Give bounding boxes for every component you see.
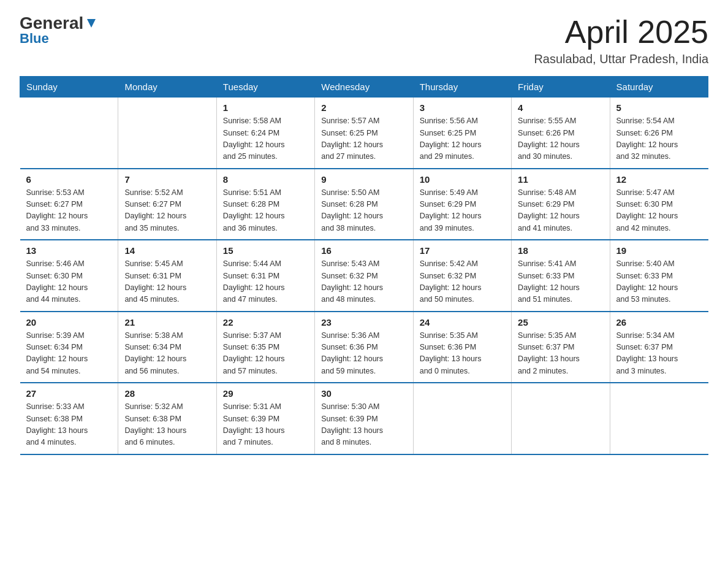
calendar-cell: 11Sunrise: 5:48 AM Sunset: 6:29 PM Dayli… (512, 169, 610, 240)
day-number: 29 (223, 388, 308, 399)
logo-triangle-icon (85, 17, 98, 30)
calendar-cell: 22Sunrise: 5:37 AM Sunset: 6:35 PM Dayli… (216, 312, 314, 383)
header-day: Saturday (610, 77, 708, 98)
calendar-table: SundayMondayTuesdayWednesdayThursdayFrid… (20, 76, 708, 455)
day-number: 13 (26, 245, 112, 256)
header-row: SundayMondayTuesdayWednesdayThursdayFrid… (20, 77, 708, 98)
calendar-cell: 10Sunrise: 5:49 AM Sunset: 6:29 PM Dayli… (413, 169, 511, 240)
calendar-cell: 20Sunrise: 5:39 AM Sunset: 6:34 PM Dayli… (20, 312, 118, 383)
calendar-cell: 2Sunrise: 5:57 AM Sunset: 6:25 PM Daylig… (315, 98, 413, 169)
calendar-cell: 23Sunrise: 5:36 AM Sunset: 6:36 PM Dayli… (315, 312, 413, 383)
logo: General Blue (20, 15, 98, 47)
day-number: 12 (616, 174, 702, 185)
day-number: 23 (321, 317, 406, 327)
calendar-cell: 15Sunrise: 5:44 AM Sunset: 6:31 PM Dayli… (216, 240, 314, 312)
day-number: 10 (420, 174, 505, 185)
calendar-cell: 5Sunrise: 5:54 AM Sunset: 6:26 PM Daylig… (610, 98, 708, 169)
day-number: 27 (26, 388, 112, 399)
calendar-cell (20, 98, 118, 169)
calendar-cell: 28Sunrise: 5:32 AM Sunset: 6:38 PM Dayli… (118, 383, 216, 454)
calendar-cell: 27Sunrise: 5:33 AM Sunset: 6:38 PM Dayli… (20, 383, 118, 454)
day-info: Sunrise: 5:58 AM Sunset: 6:24 PM Dayligh… (223, 115, 308, 163)
day-info: Sunrise: 5:40 AM Sunset: 6:33 PM Dayligh… (616, 258, 702, 306)
calendar-cell: 18Sunrise: 5:41 AM Sunset: 6:33 PM Dayli… (512, 240, 610, 312)
day-info: Sunrise: 5:48 AM Sunset: 6:29 PM Dayligh… (518, 187, 603, 235)
day-number: 5 (616, 102, 702, 113)
calendar-week-row: 6Sunrise: 5:53 AM Sunset: 6:27 PM Daylig… (20, 169, 708, 240)
day-number: 3 (420, 102, 505, 113)
calendar-cell (413, 383, 511, 454)
header-day: Wednesday (315, 77, 413, 98)
calendar-cell: 9Sunrise: 5:50 AM Sunset: 6:28 PM Daylig… (315, 169, 413, 240)
calendar-cell: 1Sunrise: 5:58 AM Sunset: 6:24 PM Daylig… (216, 98, 314, 169)
calendar-cell: 3Sunrise: 5:56 AM Sunset: 6:25 PM Daylig… (413, 98, 511, 169)
day-number: 22 (223, 317, 308, 327)
calendar-week-row: 27Sunrise: 5:33 AM Sunset: 6:38 PM Dayli… (20, 383, 708, 454)
calendar-cell (118, 98, 216, 169)
calendar-cell: 19Sunrise: 5:40 AM Sunset: 6:33 PM Dayli… (610, 240, 708, 312)
day-number: 30 (321, 388, 406, 399)
title-block: April 2025 Rasulabad, Uttar Pradesh, Ind… (534, 15, 708, 66)
day-info: Sunrise: 5:32 AM Sunset: 6:38 PM Dayligh… (124, 401, 210, 449)
day-number: 17 (420, 245, 505, 256)
day-number: 9 (321, 174, 406, 185)
day-number: 28 (124, 388, 210, 399)
header-day: Sunday (20, 77, 118, 98)
day-info: Sunrise: 5:39 AM Sunset: 6:34 PM Dayligh… (26, 330, 112, 378)
day-number: 6 (26, 174, 112, 185)
calendar-cell (610, 383, 708, 454)
day-info: Sunrise: 5:47 AM Sunset: 6:30 PM Dayligh… (616, 187, 702, 235)
month-title: April 2025 (534, 15, 708, 50)
day-info: Sunrise: 5:46 AM Sunset: 6:30 PM Dayligh… (26, 258, 112, 306)
calendar-week-row: 13Sunrise: 5:46 AM Sunset: 6:30 PM Dayli… (20, 240, 708, 312)
day-info: Sunrise: 5:35 AM Sunset: 6:37 PM Dayligh… (518, 330, 603, 378)
day-number: 8 (223, 174, 308, 185)
calendar-header: SundayMondayTuesdayWednesdayThursdayFrid… (20, 77, 708, 98)
day-info: Sunrise: 5:37 AM Sunset: 6:35 PM Dayligh… (223, 330, 308, 378)
svg-marker-0 (87, 19, 96, 28)
day-number: 26 (616, 317, 702, 327)
day-number: 1 (223, 102, 308, 113)
day-info: Sunrise: 5:38 AM Sunset: 6:34 PM Dayligh… (124, 330, 210, 378)
calendar-cell: 12Sunrise: 5:47 AM Sunset: 6:30 PM Dayli… (610, 169, 708, 240)
header-day: Tuesday (216, 77, 314, 98)
day-info: Sunrise: 5:53 AM Sunset: 6:27 PM Dayligh… (26, 187, 112, 235)
day-number: 7 (124, 174, 210, 185)
calendar-week-row: 20Sunrise: 5:39 AM Sunset: 6:34 PM Dayli… (20, 312, 708, 383)
calendar-cell: 30Sunrise: 5:30 AM Sunset: 6:39 PM Dayli… (315, 383, 413, 454)
day-info: Sunrise: 5:57 AM Sunset: 6:25 PM Dayligh… (321, 115, 406, 163)
logo-general: General (20, 15, 83, 32)
day-number: 11 (518, 174, 603, 185)
day-number: 19 (616, 245, 702, 256)
day-number: 21 (124, 317, 210, 327)
calendar-cell: 4Sunrise: 5:55 AM Sunset: 6:26 PM Daylig… (512, 98, 610, 169)
day-number: 24 (420, 317, 505, 327)
page-header: General Blue April 2025 Rasulabad, Uttar… (20, 15, 708, 66)
calendar-cell: 29Sunrise: 5:31 AM Sunset: 6:39 PM Dayli… (216, 383, 314, 454)
day-info: Sunrise: 5:31 AM Sunset: 6:39 PM Dayligh… (223, 401, 308, 449)
header-day: Friday (512, 77, 610, 98)
day-number: 18 (518, 245, 603, 256)
day-number: 20 (26, 317, 112, 327)
calendar-cell: 8Sunrise: 5:51 AM Sunset: 6:28 PM Daylig… (216, 169, 314, 240)
location-title: Rasulabad, Uttar Pradesh, India (534, 52, 708, 66)
day-number: 15 (223, 245, 308, 256)
day-info: Sunrise: 5:42 AM Sunset: 6:32 PM Dayligh… (420, 258, 505, 306)
calendar-cell: 24Sunrise: 5:35 AM Sunset: 6:36 PM Dayli… (413, 312, 511, 383)
day-info: Sunrise: 5:34 AM Sunset: 6:37 PM Dayligh… (616, 330, 702, 378)
calendar-cell: 6Sunrise: 5:53 AM Sunset: 6:27 PM Daylig… (20, 169, 118, 240)
calendar-body: 1Sunrise: 5:58 AM Sunset: 6:24 PM Daylig… (20, 98, 708, 454)
day-info: Sunrise: 5:45 AM Sunset: 6:31 PM Dayligh… (124, 258, 210, 306)
calendar-cell: 17Sunrise: 5:42 AM Sunset: 6:32 PM Dayli… (413, 240, 511, 312)
day-info: Sunrise: 5:52 AM Sunset: 6:27 PM Dayligh… (124, 187, 210, 235)
day-info: Sunrise: 5:44 AM Sunset: 6:31 PM Dayligh… (223, 258, 308, 306)
day-number: 25 (518, 317, 603, 327)
day-number: 14 (124, 245, 210, 256)
calendar-cell: 26Sunrise: 5:34 AM Sunset: 6:37 PM Dayli… (610, 312, 708, 383)
day-info: Sunrise: 5:41 AM Sunset: 6:33 PM Dayligh… (518, 258, 603, 306)
calendar-cell: 13Sunrise: 5:46 AM Sunset: 6:30 PM Dayli… (20, 240, 118, 312)
header-day: Thursday (413, 77, 511, 98)
day-info: Sunrise: 5:56 AM Sunset: 6:25 PM Dayligh… (420, 115, 505, 163)
calendar-cell: 7Sunrise: 5:52 AM Sunset: 6:27 PM Daylig… (118, 169, 216, 240)
day-info: Sunrise: 5:35 AM Sunset: 6:36 PM Dayligh… (420, 330, 505, 378)
